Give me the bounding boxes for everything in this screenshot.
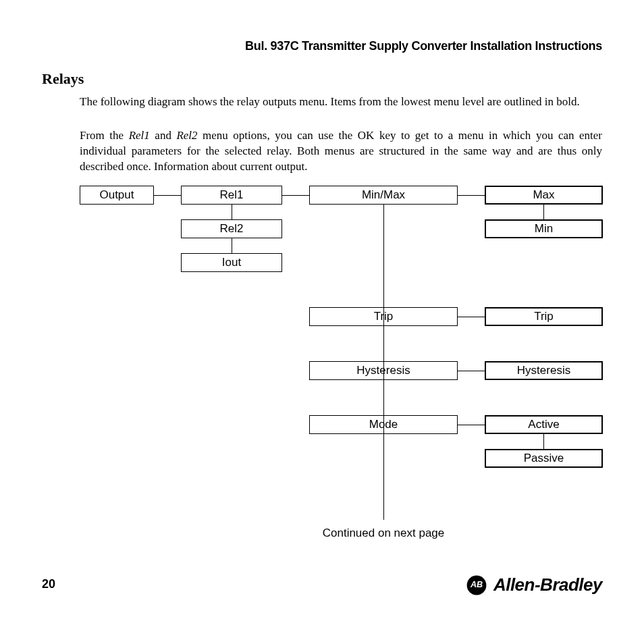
box-hysteresis: Hysteresis [485,361,603,380]
p2-seg-a: From the [80,129,129,142]
footer-brand: AB Allen-Bradley [466,574,602,595]
line-active-passive [543,434,544,449]
allen-bradley-logo-icon: AB [466,575,487,595]
box-rel1: Rel1 [181,186,282,205]
box-trip: Trip [485,307,603,326]
p2-seg-b: and [150,129,177,142]
svg-text:AB: AB [470,580,483,589]
box-output: Output [80,186,154,205]
box-active: Active [485,415,603,434]
box-rel2: Rel2 [181,219,282,238]
box-mode: Mode [309,415,458,434]
page-number: 20 [42,577,55,591]
line-minmax-max [458,195,485,196]
intro-paragraph-1: The following diagram shows the relay ou… [80,95,602,110]
p2-rel2: Rel2 [176,129,197,142]
line-mode-active [458,425,485,425]
p2-rel1: Rel1 [129,129,150,142]
line-output-rel1 [154,195,181,196]
line-trunk [383,205,384,520]
box-hysteresis-menu: Hysteresis [309,361,458,380]
section-title-relays: Relays [42,70,84,88]
document-header: Bul. 937C Transmitter Supply Converter I… [245,39,602,53]
line-rel2-iout [232,238,232,253]
box-max: Max [485,186,603,205]
box-min: Min [485,219,603,238]
line-rel1-rel2 [232,205,232,219]
box-passive: Passive [485,449,603,468]
brand-name: Allen-Bradley [493,574,602,595]
box-iout: Iout [181,253,282,272]
box-minmax: Min/Max [309,186,458,205]
line-trip [458,317,485,317]
box-trip-menu: Trip [309,307,458,326]
continued-label: Continued on next page [309,527,458,540]
intro-paragraph-2: From the Rel1 and Rel2 menu options, you… [80,128,602,175]
line-rel1-minmax [282,195,309,196]
line-hysteresis [458,371,485,371]
line-max-min [543,205,544,219]
